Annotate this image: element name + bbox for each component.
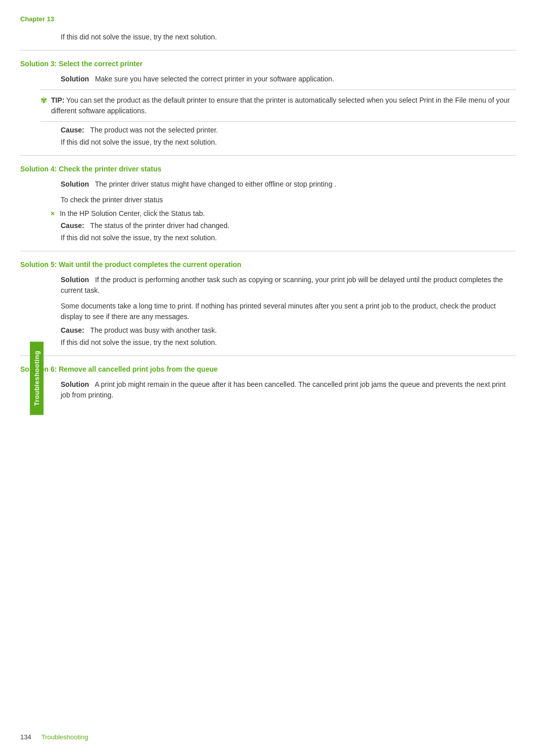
solution4-label: Solution <box>61 180 89 188</box>
footer-page-num: 134 <box>20 733 31 741</box>
tip-label: TIP: <box>51 96 64 104</box>
solution3-text: Make sure you have selected the correct … <box>95 75 334 83</box>
solution3-if-text: If this did not solve the issue, try the… <box>20 138 516 146</box>
tip-text: You can set the product as the default p… <box>51 96 510 115</box>
intro-text: If this did not solve the issue, try the… <box>20 33 516 41</box>
divider-3 <box>20 251 516 251</box>
chapter-label: Chapter 13 <box>20 15 54 23</box>
solution5-section: Solution 5: Wait until the product compl… <box>20 260 516 346</box>
solution4-text: The printer driver status might have cha… <box>95 180 337 188</box>
solution4-bullet-text: In the HP Solution Center, click the Sta… <box>60 209 205 217</box>
tip-content: TIP: You can set the product as the defa… <box>51 95 511 116</box>
tip-icon: ✾ <box>40 96 47 105</box>
solution5-cause-line: Cause: The product was busy with another… <box>20 326 516 334</box>
solution3-cause-label: Cause: <box>61 126 84 134</box>
side-tab-label: Troubleshooting <box>33 350 40 406</box>
solution5-extra-text: Some documents take a long time to print… <box>20 301 516 322</box>
page-footer: 134 Troubleshooting <box>20 733 516 741</box>
solution3-section: Solution 3: Select the correct printer S… <box>20 60 516 146</box>
solution5-solution-line: Solution If the product is performing an… <box>20 275 516 296</box>
solution4-if-text: If this did not solve the issue, try the… <box>20 234 516 242</box>
solution4-section: Solution 4: Check the printer driver sta… <box>20 165 516 242</box>
side-tab: Troubleshooting <box>30 341 43 415</box>
solution4-heading: Solution 4: Check the printer driver sta… <box>20 165 516 173</box>
solution4-cause-line: Cause: The status of the printer driver … <box>20 221 516 230</box>
solution4-plain-text: To check the printer driver status <box>20 195 516 205</box>
solution6-label: Solution <box>61 380 89 388</box>
solution6-heading: Solution 6: Remove all cancelled print j… <box>20 365 516 373</box>
solution4-cause-label: Cause: <box>61 221 84 230</box>
footer-chapter-label: Troubleshooting <box>41 733 88 741</box>
solution5-heading: Solution 5: Wait until the product compl… <box>20 260 516 269</box>
solution5-text: If the product is performing another tas… <box>61 276 503 294</box>
solution5-label: Solution <box>61 276 89 284</box>
intro-sentence: If this did not solve the issue, try the… <box>61 33 217 41</box>
solution3-cause-text: The product was not the selected printer… <box>90 126 218 134</box>
bullet-x-icon: × <box>51 209 55 217</box>
divider-2 <box>20 155 516 156</box>
divider-4 <box>20 355 516 356</box>
solution3-solution-line: Solution Make sure you have selected the… <box>20 74 516 84</box>
solution6-section: Solution 6: Remove all cancelled print j… <box>20 365 516 401</box>
chapter-header: Chapter 13 <box>20 15 516 23</box>
solution3-label: Solution <box>61 75 89 83</box>
solution6-text: A print job might remain in the queue af… <box>61 380 506 399</box>
solution6-solution-line: Solution A print job might remain in the… <box>20 379 516 401</box>
solution3-heading: Solution 3: Select the correct printer <box>20 60 516 68</box>
solution5-cause-label: Cause: <box>61 326 84 334</box>
page-container: Troubleshooting Chapter 13 If this did n… <box>0 0 546 756</box>
solution4-cause-text: The status of the printer driver had cha… <box>90 221 230 230</box>
solution5-if-text: If this did not solve the issue, try the… <box>20 338 516 346</box>
solution3-cause-line: Cause: The product was not the selected … <box>20 126 516 134</box>
solution5-cause-text: The product was busy with another task. <box>90 326 217 334</box>
main-content: Chapter 13 If this did not solve the iss… <box>20 0 516 401</box>
solution4-bullet: × In the HP Solution Center, click the S… <box>20 209 516 217</box>
solution4-solution-line: Solution The printer driver status might… <box>20 179 516 190</box>
divider-1 <box>20 50 516 51</box>
tip-box: ✾ TIP: You can set the product as the de… <box>40 90 516 122</box>
